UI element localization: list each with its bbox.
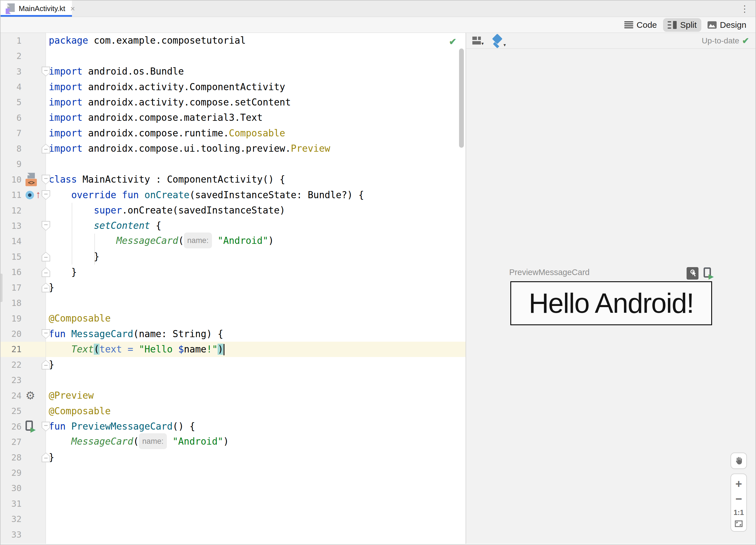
preview-settings-gear-icon[interactable]: ⚙ [26, 390, 35, 401]
code-line[interactable]: 24⚙@Preview [1, 388, 466, 403]
line-number[interactable]: 30 [1, 483, 22, 493]
code-line[interactable]: 27 MessageCard(name: "Android") [1, 434, 466, 449]
line-number[interactable]: 18 [1, 298, 22, 308]
line-number[interactable]: 27 [1, 437, 22, 447]
code-line[interactable]: 28} [1, 450, 466, 465]
line-number[interactable]: 22 [1, 360, 22, 370]
fold-marker-icon[interactable] [42, 453, 50, 462]
line-number[interactable]: 25 [1, 406, 22, 416]
line-number[interactable]: 17 [1, 283, 22, 293]
fold-marker-icon[interactable] [42, 67, 50, 76]
code-line[interactable]: 16 } [1, 264, 466, 280]
code-text[interactable]: super.onCreate(savedInstanceState) [46, 203, 285, 218]
line-number[interactable]: 20 [1, 329, 22, 339]
code-line[interactable]: 32 [1, 512, 466, 527]
line-number[interactable]: 12 [1, 205, 22, 215]
line-number[interactable]: 15 [1, 252, 22, 262]
fold-marker-icon[interactable] [42, 144, 50, 153]
code-line[interactable]: 9 [1, 156, 466, 172]
line-number[interactable]: 6 [1, 113, 22, 123]
code-line[interactable]: 10<>class MainActivity : ComponentActivi… [1, 172, 466, 187]
inspections-ok-icon[interactable]: ✔ [449, 36, 456, 47]
code-line[interactable]: 13 setContent { [1, 218, 466, 233]
code-line[interactable]: 14 MessageCard(name: "Android") [1, 234, 466, 249]
fold-marker-icon[interactable] [42, 190, 50, 200]
tool-window-stripe-handle[interactable] [1, 274, 3, 302]
code-line[interactable]: 11↑ override fun onCreate(savedInstanceS… [1, 187, 466, 202]
code-line[interactable]: 8import androidx.compose.ui.tooling.prev… [1, 141, 466, 156]
code-text[interactable]: fun PreviewMessageCard() { [46, 419, 195, 434]
line-number[interactable]: 32 [1, 514, 22, 524]
code-line[interactable]: 22} [1, 357, 466, 372]
code-text[interactable]: import androidx.activity.ComponentActivi… [46, 79, 285, 95]
code-line[interactable]: 6import androidx.compose.material3.Text [1, 110, 466, 125]
preview-layout-grid-icon[interactable]: ▾ [472, 36, 484, 46]
code-line[interactable]: 34 [1, 542, 466, 544]
code-text[interactable]: package com.example.composetutorial [46, 33, 246, 48]
fold-marker-icon[interactable] [42, 422, 50, 431]
code-line[interactable]: 29 [1, 465, 466, 480]
code-text[interactable]: } [46, 249, 99, 264]
close-tab-icon[interactable]: × [70, 5, 75, 13]
fold-marker-icon[interactable] [42, 221, 50, 230]
code-line[interactable]: 2 [1, 48, 466, 63]
fold-marker-icon[interactable] [42, 283, 50, 293]
layout-file-icon[interactable] [27, 173, 35, 179]
line-number[interactable]: 29 [1, 468, 22, 478]
editor-scrollbar[interactable] [459, 48, 464, 148]
pan-tool-button[interactable] [730, 453, 747, 469]
code-line[interactable]: 21 Text(text = "Hello $name!") [1, 342, 466, 357]
line-number[interactable]: 8 [1, 144, 22, 154]
preview-layers-icon[interactable]: ▾ [492, 35, 504, 46]
run-preview-gutter-icon[interactable]: ▶ [26, 421, 35, 432]
code-text[interactable]: import android.os.Bundle [46, 64, 184, 79]
code-text[interactable]: @Preview [46, 388, 94, 403]
line-number[interactable]: 13 [1, 221, 22, 231]
code-line[interactable]: 20fun MessageCard(name: String) { [1, 326, 466, 342]
line-number[interactable]: 24 [1, 391, 22, 401]
fold-marker-icon[interactable] [42, 252, 50, 261]
line-number[interactable]: 33 [1, 530, 22, 540]
line-number[interactable]: 19 [1, 314, 22, 324]
line-number[interactable]: 2 [1, 51, 22, 61]
code-line[interactable]: 30 [1, 481, 466, 496]
code-text[interactable]: MessageCard(name: "Android") [46, 434, 229, 450]
fold-marker-icon[interactable] [42, 175, 50, 184]
code-line[interactable]: 7import androidx.compose.runtime.Composa… [1, 126, 466, 141]
code-text[interactable]: override fun onCreate(savedInstanceState… [46, 187, 364, 203]
code-line[interactable]: 1package com.example.composetutorial [1, 33, 466, 48]
overrides-method-icon[interactable]: ↑ [26, 189, 41, 201]
line-number[interactable]: 21 [1, 344, 22, 354]
line-number[interactable]: 5 [1, 97, 22, 107]
code-line[interactable]: 17} [1, 280, 466, 295]
zoom-reset-button[interactable]: 1:1 [734, 508, 744, 517]
code-line[interactable]: 5import androidx.activity.compose.setCon… [1, 95, 466, 110]
mode-split-button[interactable]: Split [663, 18, 701, 32]
fold-marker-icon[interactable] [42, 329, 50, 339]
line-number[interactable]: 11 [1, 190, 22, 200]
code-line[interactable]: 4import androidx.activity.ComponentActiv… [1, 79, 466, 94]
run-preview-icon[interactable]: ▶ [704, 267, 713, 279]
code-text[interactable]: Text(text = "Hello $name!") [46, 342, 224, 357]
compose-preview-frame[interactable]: Hello Android! [510, 281, 712, 325]
line-number[interactable]: 31 [1, 499, 22, 509]
fold-marker-icon[interactable] [42, 360, 50, 370]
code-text[interactable]: class MainActivity : ComponentActivity()… [46, 172, 285, 187]
zoom-in-button[interactable]: + [735, 478, 742, 489]
line-number[interactable]: 23 [1, 375, 22, 385]
code-text[interactable]: } [46, 264, 77, 280]
line-number[interactable]: 16 [1, 267, 22, 277]
code-line[interactable]: 12 super.onCreate(savedInstanceState) [1, 203, 466, 218]
line-number[interactable]: 28 [1, 453, 22, 463]
line-number[interactable]: 1 [1, 36, 22, 46]
code-text[interactable]: MessageCard(name: "Android") [46, 233, 274, 249]
code-text[interactable]: import androidx.activity.compose.setCont… [46, 95, 291, 110]
code-editor[interactable]: 1package com.example.composetutorial23im… [1, 33, 466, 544]
line-number[interactable]: 9 [1, 159, 22, 169]
code-text[interactable]: @Composable [46, 404, 111, 419]
code-line[interactable]: 15 } [1, 249, 466, 264]
mode-code-button[interactable]: Code [620, 18, 662, 32]
code-line[interactable]: 33 [1, 527, 466, 542]
code-line[interactable]: 25@Composable [1, 404, 466, 419]
code-line[interactable]: 26▶fun PreviewMessageCard() { [1, 419, 466, 434]
